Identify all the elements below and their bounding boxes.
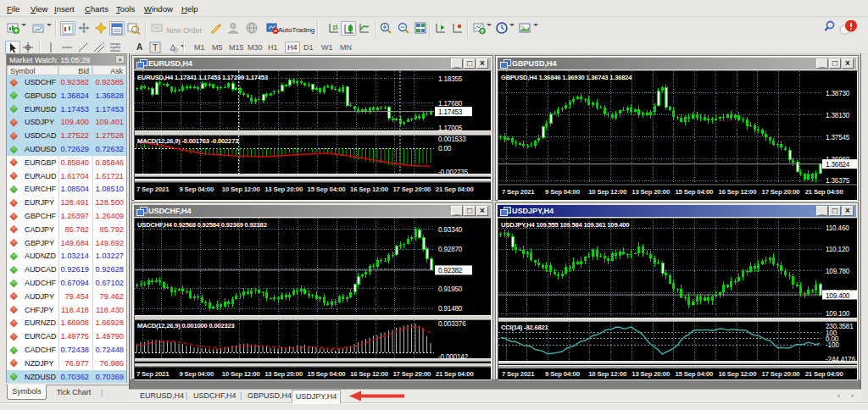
svg-text:0.003376: 0.003376: [438, 320, 466, 328]
svg-text:USDCHF,H4 0.92568 0.92584 0.92: USDCHF,H4 0.92568 0.92584 0.92369 0.9238…: [137, 221, 267, 229]
svg-text:1.17680: 1.17680: [438, 100, 463, 108]
svg-text:9 Sep 04:00: 9 Sep 04:00: [179, 186, 214, 193]
svg-text:EURUSD,H4 1.17341 1.17453 1.17: EURUSD,H4 1.17341 1.17453 1.17299 1.1745…: [137, 74, 268, 81]
svg-text:16 Sep 12:00: 16 Sep 12:00: [719, 370, 758, 378]
svg-text:17 Sep 20:00: 17 Sep 20:00: [762, 188, 801, 196]
svg-text:10 Sep 12:00: 10 Sep 12:00: [222, 186, 261, 193]
svg-text:17 Sep 20:00: 17 Sep 20:00: [762, 370, 801, 378]
svg-text:15 Sep 04:00: 15 Sep 04:00: [675, 188, 714, 196]
svg-text:MACD(12,26,9) 0.001000 0.00232: MACD(12,26,9) 0.001000 0.002323: [137, 322, 235, 330]
svg-text:21 Sep 04:00: 21 Sep 04:00: [436, 370, 475, 378]
svg-text:110.460: 110.460: [826, 224, 849, 232]
svg-text:USDJPY,H4 109.555 109.584 109.: USDJPY,H4 109.555 109.584 109.361 109.40…: [501, 221, 629, 229]
svg-text:16 Sep 12:00: 16 Sep 12:00: [350, 186, 389, 193]
svg-text:7 Sep 2021: 7 Sep 2021: [136, 186, 170, 193]
svg-text:1.36375: 1.36375: [826, 177, 850, 185]
svg-text:1.18355: 1.18355: [438, 75, 463, 83]
svg-text:17 Sep 20:00: 17 Sep 20:00: [392, 370, 431, 378]
svg-text:10 Sep 12:00: 10 Sep 12:00: [222, 370, 261, 378]
svg-text:7 Sep 2021: 7 Sep 2021: [502, 188, 535, 196]
svg-text:16 Sep 12:00: 16 Sep 12:00: [350, 370, 389, 378]
svg-text:109.100: 109.100: [826, 310, 850, 318]
svg-text:15 Sep 04:00: 15 Sep 04:00: [675, 370, 714, 378]
svg-text:16 Sep 12:00: 16 Sep 12:00: [719, 188, 758, 196]
svg-text:13 Sep 20:00: 13 Sep 20:00: [264, 370, 303, 378]
svg-text:17 Sep 20:00: 17 Sep 20:00: [392, 186, 431, 193]
svg-text:109.400: 109.400: [826, 292, 850, 300]
svg-text:1.37545: 1.37545: [826, 134, 850, 141]
svg-text:110.120: 110.120: [826, 246, 849, 253]
svg-text:GBPUSD,H4 1.36846 1.36930 1.36: GBPUSD,H4 1.36846 1.36930 1.36743 1.3682…: [501, 74, 632, 81]
svg-text:10 Sep 12:00: 10 Sep 12:00: [588, 188, 627, 196]
svg-text:0.92870: 0.92870: [438, 246, 463, 253]
svg-text:7 Sep 2021: 7 Sep 2021: [502, 370, 535, 378]
svg-text:1.17453: 1.17453: [438, 108, 463, 116]
svg-text:7 Sep 2021: 7 Sep 2021: [136, 370, 170, 378]
svg-text:13 Sep 20:00: 13 Sep 20:00: [632, 370, 670, 378]
svg-text:13 Sep 20:00: 13 Sep 20:00: [632, 188, 670, 196]
svg-text:9 Sep 04:00: 9 Sep 04:00: [179, 370, 214, 378]
svg-text:1.38730: 1.38730: [826, 90, 850, 97]
svg-text:0.00: 0.00: [438, 145, 452, 152]
svg-text:9 Sep 04:00: 9 Sep 04:00: [545, 370, 581, 378]
svg-text:15 Sep 04:00: 15 Sep 04:00: [308, 186, 347, 193]
svg-text:21 Sep 04:00: 21 Sep 04:00: [805, 188, 844, 196]
svg-text:-100: -100: [826, 341, 839, 349]
svg-text:15 Sep 04:00: 15 Sep 04:00: [308, 370, 347, 378]
svg-text:MACD(12,26,9) -0.001763 -0.002: MACD(12,26,9) -0.001763 -0.002273: [137, 137, 238, 145]
svg-text:0.93340: 0.93340: [438, 226, 463, 234]
svg-text:0.92382: 0.92382: [438, 267, 463, 274]
svg-text:109.780: 109.780: [826, 268, 850, 275]
svg-text:0.91480: 0.91480: [438, 305, 463, 313]
svg-text:0.001533: 0.001533: [438, 136, 466, 143]
svg-text:1.36824: 1.36824: [826, 161, 850, 169]
svg-text:21 Sep 04:00: 21 Sep 04:00: [436, 186, 475, 193]
svg-text:T: T: [153, 43, 158, 53]
svg-text:CCI(14) -82.6821: CCI(14) -82.6821: [501, 324, 548, 331]
svg-text:13 Sep 20:00: 13 Sep 20:00: [264, 186, 303, 193]
svg-text:0.91950: 0.91950: [438, 285, 463, 293]
svg-text:21 Sep 04:00: 21 Sep 04:00: [805, 370, 844, 378]
svg-text:1.38130: 1.38130: [826, 112, 850, 119]
svg-text:10 Sep 12:00: 10 Sep 12:00: [588, 370, 627, 378]
svg-text:9 Sep 04:00: 9 Sep 04:00: [545, 188, 581, 196]
